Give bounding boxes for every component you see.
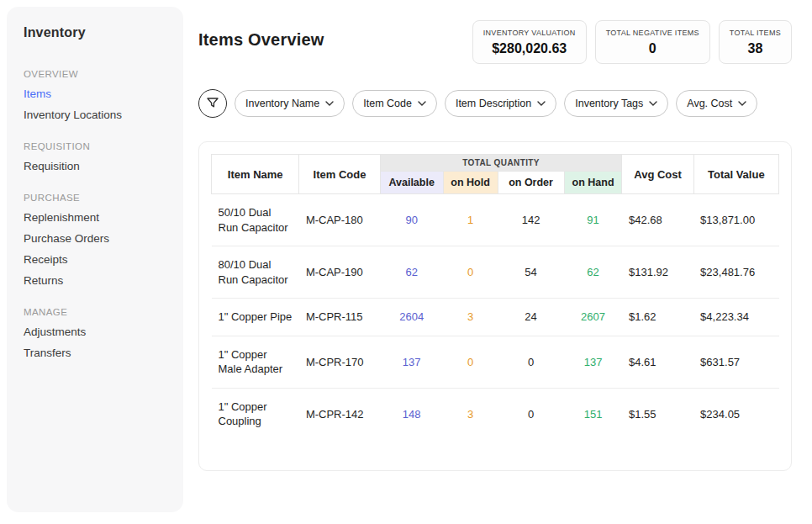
stat-card-total-negative-items: TOTAL NEGATIVE ITEMS 0 [595, 20, 710, 64]
cell-on-hold[interactable]: 3 [443, 299, 498, 336]
cell-on-hold[interactable]: 3 [443, 388, 498, 440]
sidebar-section-purchase: PURCHASE Replenishment Purchase Orders R… [24, 193, 166, 287]
sidebar-item-inventory-locations[interactable]: Inventory Locations [24, 109, 166, 121]
cell-avg-cost: $42.68 [622, 194, 693, 246]
sidebar-section-manage: MANAGE Adjustments Transfers [24, 307, 166, 359]
sidebar-item-adjustments[interactable]: Adjustments [24, 326, 166, 338]
cell-on-hand[interactable]: 91 [564, 194, 622, 246]
stat-card-inventory-valuation: INVENTORY VALUATION $280,020.63 [472, 20, 587, 64]
stat-card-total-items: TOTAL ITEMS 38 [719, 20, 792, 64]
stat-label: TOTAL NEGATIVE ITEMS [606, 29, 699, 37]
cell-item-name: 50/10 Dual Run Capacitor [212, 194, 299, 246]
table-body: 50/10 Dual Run Capacitor M-CAP-180 90 1 … [212, 194, 779, 440]
table-row: 50/10 Dual Run Capacitor M-CAP-180 90 1 … [212, 194, 779, 246]
cell-on-order: 142 [498, 194, 564, 246]
chevron-down-icon [537, 101, 546, 106]
page-title: Items Overview [198, 30, 324, 50]
column-header-total-value: Total Value [693, 155, 778, 194]
column-header-item-code: Item Code [299, 155, 380, 194]
section-label-manage: MANAGE [24, 307, 166, 317]
section-label-requisition: REQUISITION [24, 141, 166, 151]
sidebar-item-purchase-orders[interactable]: Purchase Orders [24, 232, 166, 245]
cell-avg-cost: $4.61 [622, 336, 693, 388]
page: Inventory OVERVIEW Items Inventory Locat… [0, 0, 812, 524]
items-table-card: Item Name Item Code TOTAL QUANTITY Avg C… [198, 141, 792, 471]
cell-available[interactable]: 90 [380, 194, 443, 246]
sidebar: Inventory OVERVIEW Items Inventory Locat… [7, 7, 183, 512]
chevron-down-icon [325, 101, 334, 106]
table-row: 1" Copper Pipe M-CPR-115 2604 3 24 2607 … [212, 299, 779, 336]
cell-on-hand[interactable]: 151 [564, 388, 622, 440]
stat-label: TOTAL ITEMS [730, 29, 781, 37]
cell-on-hand[interactable]: 62 [564, 246, 622, 299]
column-header-on-hand: on Hand [564, 172, 622, 194]
cell-available[interactable]: 148 [380, 388, 443, 440]
cell-avg-cost: $1.62 [622, 299, 693, 336]
cell-item-code: M-CAP-180 [299, 194, 380, 246]
filter-pill-label: Avg. Cost [687, 98, 732, 109]
items-table: Item Name Item Code TOTAL QUANTITY Avg C… [211, 154, 779, 440]
column-header-on-hold: on Hold [443, 172, 498, 194]
cell-item-code: M-CPR-170 [299, 336, 380, 388]
funnel-icon [206, 96, 219, 112]
cell-avg-cost: $131.92 [622, 246, 693, 299]
sidebar-section-requisition: REQUISITION Requisition [24, 141, 166, 172]
cell-total-value: $23,481.76 [693, 246, 778, 299]
cell-item-code: M-CPR-142 [299, 388, 380, 440]
cell-item-name: 1" Copper Pipe [212, 299, 299, 336]
filter-pill-inventory-tags[interactable]: Inventory Tags [564, 90, 668, 117]
cell-on-hand[interactable]: 137 [564, 336, 622, 388]
cell-avg-cost: $1.55 [622, 388, 693, 440]
filter-pill-item-code[interactable]: Item Code [352, 90, 437, 117]
sidebar-item-receipts[interactable]: Receipts [24, 253, 166, 266]
chevron-down-icon [738, 101, 746, 106]
filter-pill-inventory-name[interactable]: Inventory Name [235, 90, 345, 117]
cell-on-hold[interactable]: 0 [443, 336, 498, 388]
cell-on-order: 0 [498, 388, 564, 440]
sidebar-item-returns[interactable]: Returns [24, 274, 166, 287]
section-label-purchase: PURCHASE [24, 193, 166, 203]
cell-on-hand[interactable]: 2607 [564, 299, 622, 336]
table-row: 1" Copper Male Adapter M-CPR-170 137 0 0… [212, 336, 779, 388]
column-header-available: Available [380, 172, 443, 194]
sidebar-item-transfers[interactable]: Transfers [24, 347, 166, 359]
chevron-down-icon [649, 101, 657, 106]
column-group-total-quantity: TOTAL QUANTITY [380, 155, 622, 172]
cell-on-hold[interactable]: 1 [443, 194, 498, 246]
filter-pill-label: Inventory Name [245, 98, 319, 109]
cell-item-name: 1" Copper Coupling [212, 388, 299, 440]
stat-value: $280,020.63 [483, 41, 576, 56]
sidebar-item-items[interactable]: Items [24, 87, 166, 100]
cell-available[interactable]: 137 [380, 336, 443, 388]
sidebar-item-replenishment[interactable]: Replenishment [24, 211, 166, 224]
cell-total-value: $13,871.00 [693, 194, 778, 246]
filter-button[interactable] [198, 89, 227, 118]
cell-total-value: $234.05 [693, 388, 778, 440]
cell-available[interactable]: 2604 [380, 299, 443, 336]
stat-label: INVENTORY VALUATION [483, 29, 576, 37]
filter-pill-label: Item Code [363, 98, 412, 109]
table-row: 1" Copper Coupling M-CPR-142 148 3 0 151… [212, 388, 779, 440]
cell-item-name: 1" Copper Male Adapter [212, 336, 299, 388]
column-header-item-name: Item Name [212, 155, 299, 194]
cell-on-order: 24 [498, 299, 564, 336]
cell-on-order: 0 [498, 336, 564, 388]
cell-item-code: M-CAP-190 [299, 246, 380, 299]
cell-available[interactable]: 62 [380, 246, 443, 299]
table-header: Item Name Item Code TOTAL QUANTITY Avg C… [212, 155, 779, 194]
cell-total-value: $4,223.34 [693, 299, 778, 336]
cell-on-order: 54 [498, 246, 564, 299]
cell-item-name: 80/10 Dual Run Capacitor [212, 246, 299, 299]
stat-cards: INVENTORY VALUATION $280,020.63 TOTAL NE… [472, 20, 792, 64]
sidebar-item-requisition[interactable]: Requisition [24, 160, 166, 172]
cell-item-code: M-CPR-115 [299, 299, 380, 336]
filter-pill-item-description[interactable]: Item Description [445, 90, 556, 117]
column-header-on-order: on Order [498, 172, 564, 194]
chevron-down-icon [418, 101, 426, 106]
table-row: 80/10 Dual Run Capacitor M-CAP-190 62 0 … [212, 246, 779, 299]
cell-on-hold[interactable]: 0 [443, 246, 498, 299]
sidebar-section-overview: OVERVIEW Items Inventory Locations [24, 69, 166, 121]
cell-total-value: $631.57 [693, 336, 778, 388]
topbar: Items Overview INVENTORY VALUATION $280,… [198, 20, 792, 64]
filter-pill-avg-cost[interactable]: Avg. Cost [676, 90, 757, 117]
